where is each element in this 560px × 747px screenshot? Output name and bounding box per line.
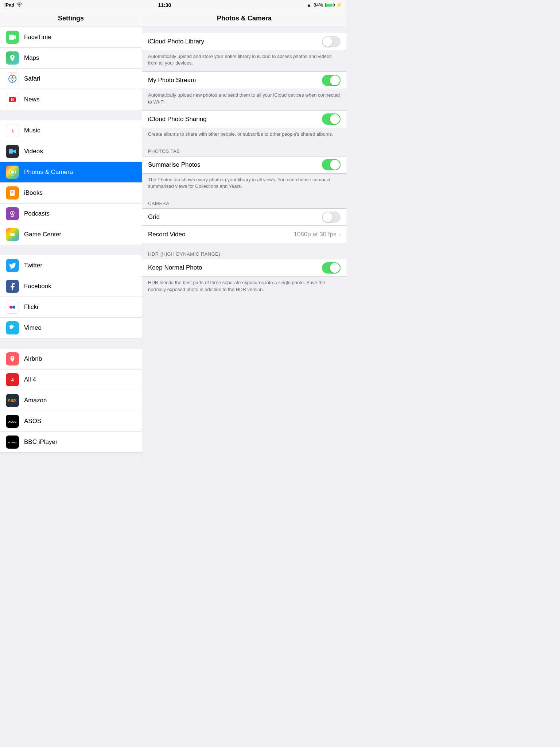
cell-keep-normal-photo: Keep Normal Photo — [142, 259, 346, 276]
cell-my-photo-stream: My Photo Stream — [142, 71, 346, 89]
keep-normal-photo-label: Keep Normal Photo — [148, 264, 202, 271]
svg-text:amazon: amazon — [8, 398, 16, 403]
sidebar-item-label-news: News — [24, 96, 40, 103]
photos-icon — [6, 166, 19, 179]
icloud-photo-library-toggle[interactable] — [322, 36, 341, 47]
svg-text:4: 4 — [11, 377, 14, 383]
sidebar-item-maps[interactable]: Maps — [0, 48, 142, 69]
sidebar-item-ibooks[interactable]: iBooks — [0, 183, 142, 204]
sidebar-item-label-flickr: Flickr — [24, 303, 39, 311]
all4-icon: 4 — [6, 373, 19, 386]
sidebar-item-label-gamecenter: Game Center — [24, 231, 61, 238]
sidebar-item-podcasts[interactable]: Podcasts — [0, 204, 142, 224]
cell-icloud-photo-sharing: iCloud Photo Sharing — [142, 111, 346, 128]
svg-text:N: N — [11, 98, 13, 102]
status-time: 11:30 — [158, 2, 171, 8]
icloud-photo-sharing-toggle[interactable] — [322, 113, 341, 125]
sidebar-item-facebook[interactable]: Facebook — [0, 276, 142, 297]
sidebar-item-label-facetime: FaceTime — [24, 34, 51, 41]
cell-record-video[interactable]: Record Video 1080p at 30 fps › — [142, 226, 346, 243]
toggle-knob-5 — [323, 212, 332, 222]
hdr-desc: HDR blends the best parts of three separ… — [142, 276, 346, 298]
my-photo-stream-toggle[interactable] — [322, 75, 341, 86]
wifi-icon — [16, 2, 22, 8]
icloud-photo-sharing-label: iCloud Photo Sharing — [148, 116, 207, 123]
device-label: iPad — [4, 2, 14, 8]
record-video-label: Record Video — [148, 231, 186, 238]
icloud-photo-sharing-desc: Create albums to share with other people… — [142, 128, 346, 143]
sidebar-item-videos[interactable]: Videos — [0, 141, 142, 162]
sidebar-item-twitter[interactable]: Twitter — [0, 255, 142, 276]
my-photo-stream-desc: Automatically upload new photos and send… — [142, 89, 346, 110]
svg-point-0 — [19, 6, 20, 7]
sidebar-divider-2 — [0, 245, 142, 255]
summarise-photos-label: Summarise Photos — [148, 161, 201, 169]
cell-icloud-photo-library: iCloud Photo Library — [142, 33, 346, 50]
sidebar-item-gamecenter[interactable]: Game Center — [0, 224, 142, 245]
grid-label: Grid — [148, 213, 160, 221]
toggle-knob-6 — [330, 263, 340, 273]
location-icon: ▲ — [307, 2, 311, 8]
icloud-photo-library-label: iCloud Photo Library — [148, 38, 204, 45]
sidebar-item-photos[interactable]: Photos & Camera — [0, 162, 142, 183]
flickr-icon — [6, 301, 19, 314]
sidebar-item-safari[interactable]: Safari — [0, 69, 142, 89]
toggle-knob-3 — [330, 114, 340, 124]
sidebar-title: Settings — [0, 10, 142, 27]
hdr-section-label: HDR (HIGH DYNAMIC RANGE) — [142, 245, 346, 259]
record-video-chevron: › — [339, 231, 341, 238]
sidebar-item-label-bbc: BBC iPlayer — [24, 438, 58, 446]
status-bar: iPad 11:30 ▲ 84% ⚡ — [0, 0, 346, 10]
sidebar-item-facetime[interactable]: FaceTime — [0, 27, 142, 48]
sidebar-item-label-ibooks: iBooks — [24, 189, 43, 197]
sidebar-item-news[interactable]: N News — [0, 89, 142, 110]
svg-rect-16 — [10, 190, 15, 196]
sidebar-item-vimeo[interactable]: Vimeo — [0, 318, 142, 338]
twitter-icon — [6, 259, 19, 272]
sidebar-item-airbnb[interactable]: Airbnb — [0, 349, 142, 369]
sidebar-divider-1 — [0, 110, 142, 120]
sidebar-item-label-facebook: Facebook — [24, 283, 51, 290]
sidebar-item-label-amazon: Amazon — [24, 397, 47, 404]
sidebar-item-music[interactable]: ♪ Music — [0, 120, 142, 141]
sidebar-item-label-videos: Videos — [24, 148, 43, 155]
sidebar-item-amazon[interactable]: amazon Amazon — [0, 390, 142, 411]
sidebar-item-label-asos: ASOS — [24, 418, 41, 425]
status-left: iPad — [4, 2, 22, 8]
sidebar-item-flickr[interactable]: Flickr — [0, 297, 142, 318]
svg-marker-12 — [13, 150, 16, 153]
toggle-knob-2 — [330, 76, 340, 85]
record-video-value: 1080p at 30 fps › — [293, 231, 341, 238]
amazon-icon: amazon — [6, 394, 19, 407]
sidebar-item-bbc[interactable]: BBC iPlayer BBC iPlayer — [0, 432, 142, 453]
svg-text:♪: ♪ — [11, 128, 14, 134]
sidebar-item-label-vimeo: Vimeo — [24, 324, 42, 332]
svg-point-23 — [9, 306, 12, 309]
svg-text:BBC iPlayer: BBC iPlayer — [8, 441, 16, 444]
maps-icon — [6, 51, 19, 65]
summarise-photos-toggle[interactable] — [322, 159, 341, 170]
sidebar-item-label-maps: Maps — [24, 54, 39, 62]
grid-toggle[interactable] — [322, 212, 341, 223]
asos-icon: ASOS — [6, 415, 19, 428]
svg-point-22 — [12, 233, 15, 236]
sidebar-item-label-safari: Safari — [24, 75, 40, 82]
sidebar-divider-3 — [0, 338, 142, 349]
news-icon: N — [6, 93, 19, 106]
ibooks-icon — [6, 186, 19, 200]
svg-rect-11 — [9, 149, 13, 154]
safari-icon — [6, 72, 19, 85]
group-camera: CAMERA Grid Record Video 1080p at 30 fps… — [142, 195, 346, 243]
sidebar-item-label-all4: All 4 — [24, 376, 36, 383]
sidebar-item-asos[interactable]: ASOS ASOS — [0, 411, 142, 432]
svg-point-14 — [11, 171, 14, 174]
sidebar-item-all4[interactable]: 4 All 4 — [0, 369, 142, 390]
cell-grid: Grid — [142, 208, 346, 226]
camera-section-label: CAMERA — [142, 195, 346, 208]
bottom-spacer — [142, 298, 346, 313]
gamecenter-icon — [6, 228, 19, 241]
keep-normal-photo-toggle[interactable] — [322, 262, 341, 274]
sidebar-item-label-twitter: Twitter — [24, 262, 42, 269]
photos-tab-section-label: PHOTOS TAB — [142, 143, 346, 156]
bbc-icon: BBC iPlayer — [6, 436, 19, 449]
